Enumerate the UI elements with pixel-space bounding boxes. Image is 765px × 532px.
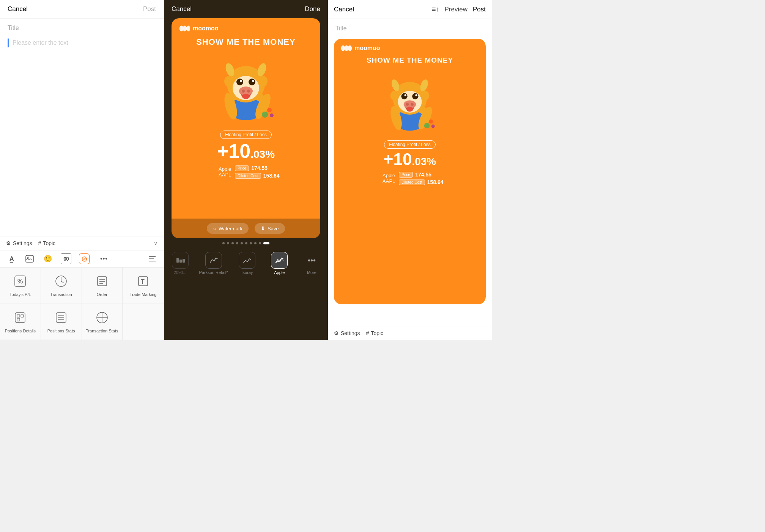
cost-label-badge-middle: Diluted Cost [235, 173, 261, 179]
save-button[interactable]: ⬇ Save [255, 223, 285, 234]
topic-button-right[interactable]: # Topic [366, 330, 383, 336]
preview-button[interactable]: Preview [445, 6, 468, 13]
topic-button[interactable]: # Topic [38, 240, 55, 246]
profit-decimal-middle: .03 [250, 148, 265, 160]
svg-point-52 [341, 46, 345, 51]
headline-right: SHOW ME THE MONEY [367, 56, 453, 65]
circle-slash-icon[interactable]: ⊘ [79, 253, 90, 264]
profit-main-middle: +10 [217, 140, 250, 162]
topic-label: Topic [43, 240, 55, 246]
transaction-icon [54, 274, 69, 289]
dot-7 [250, 242, 252, 244]
stock-selector: 2090... Parkson Retail^ Isoray [164, 248, 328, 279]
card-todays-pl[interactable]: % Today's P/L [0, 268, 41, 304]
dot-5 [241, 242, 243, 244]
card-transaction[interactable]: Transaction [41, 268, 82, 304]
price-value-middle: 174.55 [251, 165, 268, 171]
moomoo-text-right: moomoo [354, 45, 380, 52]
cancel-button-right[interactable]: Cancel [334, 6, 354, 13]
svg-rect-14 [15, 313, 25, 323]
mascot-middle [208, 50, 284, 126]
transaction-stats-icon [94, 310, 110, 325]
card-positions-details[interactable]: Positions Details [0, 304, 41, 340]
profit-number-right: +10.03% [384, 150, 436, 168]
bull-mascot-svg-right [376, 68, 444, 136]
svg-rect-17 [21, 315, 24, 317]
svg-point-26 [183, 26, 187, 31]
stock-apple-label: Apple [274, 270, 285, 275]
list-filter-icon[interactable]: ≡↑ [432, 5, 439, 13]
barcode-icon[interactable]: 00 [61, 253, 71, 264]
settings-label: Settings [13, 240, 32, 246]
moomoo-logo-right: moomoo [334, 39, 387, 55]
card-trade-marking[interactable]: T Trade Marking [123, 268, 164, 304]
settings-button-right[interactable]: ⚙ Settings [334, 330, 360, 336]
positions-details-icon [13, 310, 28, 325]
svg-point-43 [242, 94, 250, 99]
svg-text:%: % [17, 278, 23, 285]
svg-point-62 [421, 91, 430, 100]
title-label-right: Title [335, 25, 484, 32]
profit-decimal-right: .03 [412, 156, 427, 167]
dot-1 [222, 242, 225, 244]
cancel-button-left[interactable]: Cancel [8, 5, 28, 13]
settings-label-right: Settings [341, 330, 360, 336]
svg-point-66 [415, 94, 417, 96]
emoji-icon[interactable]: 🙂 [42, 253, 53, 264]
stock-ticker-right: AAPL [376, 178, 395, 184]
watermark-label: Watermark [219, 226, 242, 231]
stock-names-right: Apple AAPL [376, 173, 395, 184]
stock-tab-apple[interactable]: Apple [266, 252, 293, 275]
chevron-down-icon[interactable]: ∨ [154, 240, 157, 246]
svg-rect-8 [98, 277, 107, 286]
dot-active [263, 242, 269, 244]
topic-label-right: Topic [371, 330, 383, 336]
svg-text:T: T [141, 279, 145, 285]
svg-point-68 [406, 103, 409, 106]
card-container-middle: moomoo SHOW ME THE MONEY [172, 18, 320, 238]
svg-point-74 [429, 120, 433, 124]
moomoo-logo-icon [179, 24, 190, 33]
floating-badge-middle: Floating Profit / Loss [220, 131, 271, 139]
settings-topic-bar: ⚙ Settings # Topic ∨ [0, 236, 164, 250]
price-value-right: 174.55 [415, 172, 431, 178]
stock-tab-parkson[interactable]: Parkson Retail^ [199, 252, 228, 275]
title-input-left[interactable]: Please enter the text [13, 38, 68, 47]
right-actions: ≡↑ Preview Post [432, 5, 486, 13]
hash-icon: # [38, 240, 41, 246]
stock-name-right: Apple [376, 173, 395, 178]
svg-point-70 [406, 107, 413, 112]
svg-rect-49 [176, 258, 179, 263]
text-format-icon[interactable]: A̲ [6, 253, 17, 264]
settings-button[interactable]: ⚙ Settings [6, 240, 32, 246]
card-transaction-stats[interactable]: Transaction Stats [82, 304, 123, 340]
cancel-button-middle[interactable]: Cancel [172, 5, 192, 13]
stock-tab-more[interactable]: ••• More [298, 252, 325, 275]
save-label: Save [268, 226, 279, 231]
post-button-right[interactable]: Post [473, 6, 486, 13]
card-positions-stats[interactable]: Positions Stats [41, 304, 82, 340]
trade-marking-icon: T [135, 274, 151, 289]
more-tools-icon[interactable]: ••• [99, 253, 109, 264]
stock-tab-2090[interactable]: 2090... [167, 252, 194, 275]
stock-row-right: Apple AAPL Price 174.55 Diluted Cost 158… [376, 172, 443, 185]
card-order[interactable]: Order [82, 268, 123, 304]
stock-more-icon: ••• [303, 252, 320, 269]
todays-pl-label: Today's P/L [9, 292, 31, 297]
dot-9 [259, 242, 261, 244]
svg-rect-50 [179, 260, 182, 263]
icon-toolbar: A̲ 🙂 00 ⊘ ••• [0, 250, 164, 267]
done-button-middle[interactable]: Done [305, 5, 320, 13]
svg-point-73 [424, 123, 430, 128]
text-align-icon[interactable] [147, 253, 157, 264]
dots-indicator [164, 238, 328, 248]
dot-3 [231, 242, 234, 244]
cost-label-badge-right: Diluted Cost [399, 179, 425, 185]
post-button-left[interactable]: Post [143, 5, 156, 13]
stock-tab-isoray[interactable]: Isoray [234, 252, 260, 275]
image-icon[interactable] [24, 253, 35, 264]
profit-unit-middle: % [265, 148, 275, 160]
watermark-button[interactable]: ○ Watermark [207, 223, 249, 234]
cards-grid: % Today's P/L Transaction [0, 267, 164, 340]
svg-point-65 [405, 94, 406, 96]
